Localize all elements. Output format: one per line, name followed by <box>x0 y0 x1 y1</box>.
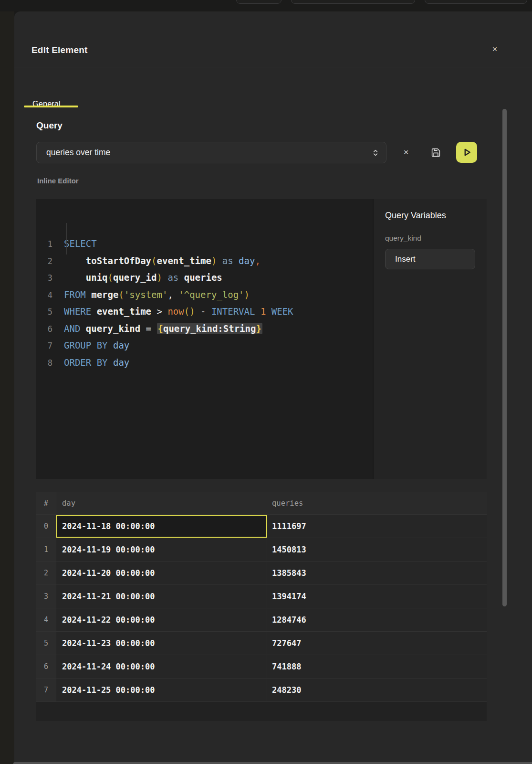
table-row: 72024-11-25 00:00:00248230 <box>36 679 487 702</box>
table-row: 12024-11-19 00:00:001450813 <box>36 538 487 562</box>
queries-column-header[interactable]: queries <box>267 492 487 515</box>
day-cell[interactable]: 2024-11-23 00:00:00 <box>56 632 267 655</box>
query-variables-title: Query Variables <box>385 211 475 221</box>
code-line[interactable]: 1SELECT <box>36 235 373 253</box>
edit-element-dialog: Edit Element × General Query queries ove… <box>14 11 532 764</box>
table-row: 32024-11-21 00:00:001394174 <box>36 585 487 608</box>
queries-cell[interactable]: 1284746 <box>267 608 487 632</box>
chevron-up-down-icon <box>371 148 380 158</box>
background-panel-edge <box>13 762 532 764</box>
query-variables-panel: Query Variables query_kind Insert <box>373 199 487 479</box>
row-index-cell[interactable]: 1 <box>36 538 56 562</box>
table-footer <box>36 702 487 721</box>
code-line[interactable]: 4FROM merge('system', '^query_log') <box>36 286 373 304</box>
code-text: WHERE event_time > now() - INTERVAL 1 WE… <box>64 306 293 317</box>
code-text: AND query_kind = {query_kind:String} <box>64 323 262 334</box>
day-cell[interactable]: 2024-11-20 00:00:00 <box>56 562 267 585</box>
queries-cell[interactable]: 741888 <box>267 655 487 679</box>
run-query-button[interactable] <box>456 142 477 163</box>
background-button <box>425 0 527 4</box>
table-row: 42024-11-22 00:00:001284746 <box>36 608 487 632</box>
inline-editor-label: Inline Editor <box>37 177 79 185</box>
background-button <box>291 0 415 4</box>
save-icon[interactable] <box>428 145 443 159</box>
code-line[interactable]: 5WHERE event_time > now() - INTERVAL 1 W… <box>36 303 373 320</box>
page-background-edge <box>0 11 14 764</box>
line-number: 1 <box>36 236 52 253</box>
table-row: 02024-11-18 00:00:001111697 <box>36 515 487 538</box>
line-number: 7 <box>36 338 52 355</box>
results-table: #dayqueries02024-11-18 00:00:00111169712… <box>36 492 487 721</box>
code-text: SELECT <box>64 238 97 249</box>
table-header-row: #dayqueries <box>36 492 487 515</box>
indent-guide <box>66 223 67 255</box>
background-page-toolbar <box>0 0 532 11</box>
code-line[interactable]: 6AND query_kind = {query_kind:String} <box>36 320 373 338</box>
dialog-title: Edit Element <box>31 45 87 55</box>
day-cell[interactable]: 2024-11-18 00:00:00 <box>56 515 267 538</box>
query-variable-token: {query_kind:String} <box>157 323 262 334</box>
code-text: GROUP BY day <box>64 340 129 350</box>
queries-cell[interactable]: 727647 <box>267 632 487 655</box>
queries-cell[interactable]: 1394174 <box>267 585 487 608</box>
line-number: 2 <box>36 253 52 270</box>
active-tab-indicator <box>24 106 78 107</box>
row-index-cell[interactable]: 0 <box>36 515 56 538</box>
dialog-scrollbar[interactable] <box>502 109 507 606</box>
code-line[interactable]: 2 toStartOfDay(event_time) as day, <box>36 253 373 270</box>
play-icon <box>460 146 473 159</box>
queries-cell[interactable]: 1111697 <box>267 515 487 538</box>
header-divider <box>14 67 532 67</box>
query-select[interactable]: queries over time <box>36 142 386 163</box>
clear-query-icon[interactable]: × <box>399 145 413 159</box>
day-cell[interactable]: 2024-11-22 00:00:00 <box>56 608 267 632</box>
line-number: 4 <box>36 287 52 304</box>
day-cell[interactable]: 2024-11-24 00:00:00 <box>56 655 267 679</box>
close-icon[interactable]: × <box>488 42 502 56</box>
line-number: 6 <box>36 321 52 338</box>
table-row: 62024-11-24 00:00:00741888 <box>36 655 487 679</box>
day-cell[interactable]: 2024-11-19 00:00:00 <box>56 538 267 562</box>
row-index-header[interactable]: # <box>36 492 56 515</box>
code-text: toStartOfDay(event_time) as day, <box>64 255 261 266</box>
line-number: 8 <box>36 355 52 372</box>
row-index-cell[interactable]: 7 <box>36 679 56 702</box>
row-index-cell[interactable]: 3 <box>36 585 56 608</box>
code-line[interactable]: 7GROUP BY day <box>36 337 373 354</box>
day-cell[interactable]: 2024-11-25 00:00:00 <box>56 679 267 702</box>
insert-variable-button[interactable]: Insert <box>385 249 475 269</box>
code-text: FROM merge('system', '^query_log') <box>64 289 250 300</box>
line-number: 5 <box>36 304 52 321</box>
code-text: uniq(query_id) as queries <box>64 272 222 283</box>
background-button <box>236 0 282 4</box>
line-number: 3 <box>36 270 52 287</box>
queries-cell[interactable]: 1385843 <box>267 562 487 585</box>
table-row: 22024-11-20 00:00:001385843 <box>36 562 487 585</box>
queries-cell[interactable]: 1450813 <box>267 538 487 562</box>
code-line[interactable]: 8ORDER BY day <box>36 354 373 371</box>
table-body: 02024-11-18 00:00:00111169712024-11-19 0… <box>36 515 487 702</box>
code-text: ORDER BY day <box>64 357 129 368</box>
table-row: 52024-11-23 00:00:00727647 <box>36 632 487 655</box>
code-line[interactable]: 3 uniq(query_id) as queries <box>36 269 373 286</box>
query-select-value: queries over time <box>46 148 110 158</box>
day-cell[interactable]: 2024-11-21 00:00:00 <box>56 585 267 608</box>
row-index-cell[interactable]: 5 <box>36 632 56 655</box>
row-index-cell[interactable]: 6 <box>36 655 56 679</box>
variable-name-label: query_kind <box>385 234 475 243</box>
row-index-cell[interactable]: 2 <box>36 562 56 585</box>
row-index-cell[interactable]: 4 <box>36 608 56 632</box>
code-area[interactable]: 1SELECT2 toStartOfDay(event_time) as day… <box>36 199 373 479</box>
day-column-header[interactable]: day <box>56 492 267 515</box>
query-section-heading: Query <box>36 120 63 131</box>
queries-cell[interactable]: 248230 <box>267 679 487 702</box>
sql-editor: 1SELECT2 toStartOfDay(event_time) as day… <box>36 199 487 479</box>
